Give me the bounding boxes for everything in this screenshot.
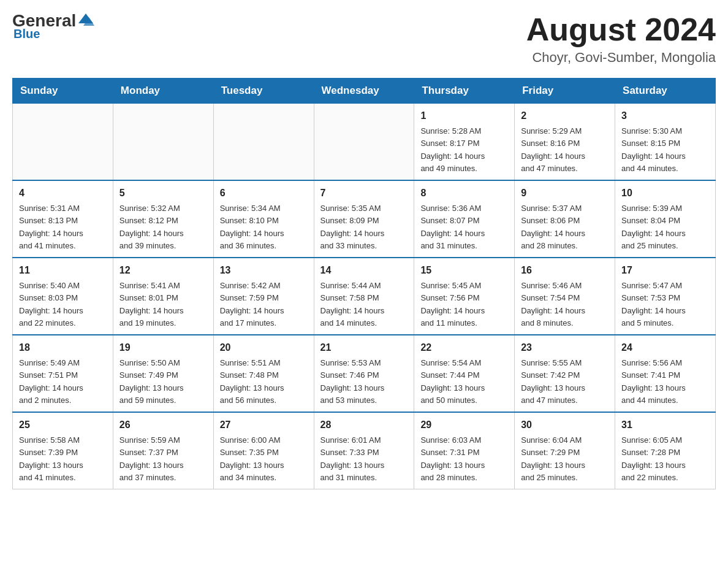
day-number: 29 xyxy=(420,418,508,432)
calendar-day-cell: 9Sunrise: 5:37 AM Sunset: 8:06 PM Daylig… xyxy=(515,180,615,258)
weekday-header-saturday: Saturday xyxy=(615,79,716,104)
calendar-day-cell xyxy=(213,104,314,181)
calendar-day-cell: 8Sunrise: 5:36 AM Sunset: 8:07 PM Daylig… xyxy=(414,180,515,258)
calendar-day-cell: 12Sunrise: 5:41 AM Sunset: 8:01 PM Dayli… xyxy=(113,258,213,335)
day-number: 22 xyxy=(420,340,508,355)
location-subtitle: Choyr, Govi-Sumber, Mongolia xyxy=(526,50,716,66)
day-number: 27 xyxy=(220,418,308,432)
day-info: Sunrise: 5:35 AM Sunset: 8:09 PM Dayligh… xyxy=(320,204,385,250)
calendar-day-cell: 28Sunrise: 6:01 AM Sunset: 7:33 PM Dayli… xyxy=(314,412,414,489)
day-number: 6 xyxy=(220,186,308,201)
day-number: 26 xyxy=(119,418,207,432)
day-number: 12 xyxy=(119,263,207,278)
calendar-day-cell: 23Sunrise: 5:55 AM Sunset: 7:42 PM Dayli… xyxy=(515,335,615,412)
calendar-day-cell: 18Sunrise: 5:49 AM Sunset: 7:51 PM Dayli… xyxy=(13,335,113,412)
day-number: 20 xyxy=(220,340,308,355)
day-info: Sunrise: 6:03 AM Sunset: 7:31 PM Dayligh… xyxy=(420,435,485,482)
calendar-day-cell: 17Sunrise: 5:47 AM Sunset: 7:53 PM Dayli… xyxy=(615,258,716,335)
day-number: 23 xyxy=(521,340,609,355)
calendar-week-row: 18Sunrise: 5:49 AM Sunset: 7:51 PM Dayli… xyxy=(13,335,716,412)
calendar-day-cell xyxy=(113,104,213,181)
day-info: Sunrise: 5:34 AM Sunset: 8:10 PM Dayligh… xyxy=(220,204,284,250)
calendar-header-row: SundayMondayTuesdayWednesdayThursdayFrid… xyxy=(13,79,716,104)
day-info: Sunrise: 5:37 AM Sunset: 8:06 PM Dayligh… xyxy=(521,204,585,250)
day-info: Sunrise: 5:30 AM Sunset: 8:15 PM Dayligh… xyxy=(621,126,686,173)
day-info: Sunrise: 5:53 AM Sunset: 7:46 PM Dayligh… xyxy=(320,358,385,405)
weekday-header-friday: Friday xyxy=(515,79,615,104)
calendar-day-cell: 11Sunrise: 5:40 AM Sunset: 8:03 PM Dayli… xyxy=(13,258,113,335)
day-number: 30 xyxy=(521,418,609,432)
day-info: Sunrise: 5:28 AM Sunset: 8:17 PM Dayligh… xyxy=(420,126,485,173)
title-section: August 2024 Choyr, Govi-Sumber, Mongolia xyxy=(526,12,716,66)
day-info: Sunrise: 5:31 AM Sunset: 8:13 PM Dayligh… xyxy=(19,204,83,250)
calendar-day-cell: 4Sunrise: 5:31 AM Sunset: 8:13 PM Daylig… xyxy=(13,180,113,258)
calendar-day-cell: 24Sunrise: 5:56 AM Sunset: 7:41 PM Dayli… xyxy=(615,335,716,412)
calendar-day-cell: 3Sunrise: 5:30 AM Sunset: 8:15 PM Daylig… xyxy=(615,104,716,181)
calendar-day-cell: 27Sunrise: 6:00 AM Sunset: 7:35 PM Dayli… xyxy=(213,412,314,489)
day-number: 4 xyxy=(19,186,107,201)
calendar-day-cell: 30Sunrise: 6:04 AM Sunset: 7:29 PM Dayli… xyxy=(515,412,615,489)
day-number: 14 xyxy=(320,263,408,278)
day-info: Sunrise: 5:41 AM Sunset: 8:01 PM Dayligh… xyxy=(119,281,184,327)
day-info: Sunrise: 5:56 AM Sunset: 7:41 PM Dayligh… xyxy=(621,358,686,405)
weekday-header-thursday: Thursday xyxy=(414,79,515,104)
day-number: 8 xyxy=(420,186,508,201)
day-number: 2 xyxy=(521,109,609,123)
calendar-day-cell xyxy=(314,104,414,181)
day-info: Sunrise: 5:32 AM Sunset: 8:12 PM Dayligh… xyxy=(119,204,184,250)
day-info: Sunrise: 5:49 AM Sunset: 7:51 PM Dayligh… xyxy=(19,358,83,405)
calendar-day-cell: 7Sunrise: 5:35 AM Sunset: 8:09 PM Daylig… xyxy=(314,180,414,258)
day-number: 18 xyxy=(19,340,107,355)
day-number: 9 xyxy=(521,186,609,201)
day-number: 1 xyxy=(420,109,508,123)
day-number: 21 xyxy=(320,340,408,355)
day-number: 13 xyxy=(220,263,308,278)
calendar-day-cell: 1Sunrise: 5:28 AM Sunset: 8:17 PM Daylig… xyxy=(414,104,515,181)
calendar-day-cell: 22Sunrise: 5:54 AM Sunset: 7:44 PM Dayli… xyxy=(414,335,515,412)
day-number: 19 xyxy=(119,340,207,355)
calendar-day-cell: 20Sunrise: 5:51 AM Sunset: 7:48 PM Dayli… xyxy=(213,335,314,412)
calendar-day-cell: 29Sunrise: 6:03 AM Sunset: 7:31 PM Dayli… xyxy=(414,412,515,489)
day-info: Sunrise: 5:36 AM Sunset: 8:07 PM Dayligh… xyxy=(420,204,485,250)
calendar-day-cell: 19Sunrise: 5:50 AM Sunset: 7:49 PM Dayli… xyxy=(113,335,213,412)
logo-blue: Blue xyxy=(12,27,40,41)
logo: General Blue xyxy=(12,12,94,41)
day-number: 31 xyxy=(621,418,709,432)
day-info: Sunrise: 5:39 AM Sunset: 8:04 PM Dayligh… xyxy=(621,204,686,250)
calendar-day-cell: 21Sunrise: 5:53 AM Sunset: 7:46 PM Dayli… xyxy=(314,335,414,412)
calendar-day-cell: 25Sunrise: 5:58 AM Sunset: 7:39 PM Dayli… xyxy=(13,412,113,489)
calendar-week-row: 25Sunrise: 5:58 AM Sunset: 7:39 PM Dayli… xyxy=(13,412,716,489)
day-info: Sunrise: 5:51 AM Sunset: 7:48 PM Dayligh… xyxy=(220,358,284,405)
weekday-header-tuesday: Tuesday xyxy=(213,79,314,104)
calendar-day-cell: 6Sunrise: 5:34 AM Sunset: 8:10 PM Daylig… xyxy=(213,180,314,258)
day-number: 15 xyxy=(420,263,508,278)
day-info: Sunrise: 5:45 AM Sunset: 7:56 PM Dayligh… xyxy=(420,281,485,327)
day-number: 28 xyxy=(320,418,408,432)
calendar-table: SundayMondayTuesdayWednesdayThursdayFrid… xyxy=(12,78,716,489)
calendar-day-cell: 31Sunrise: 6:05 AM Sunset: 7:28 PM Dayli… xyxy=(615,412,716,489)
calendar-day-cell: 5Sunrise: 5:32 AM Sunset: 8:12 PM Daylig… xyxy=(113,180,213,258)
day-info: Sunrise: 5:58 AM Sunset: 7:39 PM Dayligh… xyxy=(19,435,83,482)
day-info: Sunrise: 5:47 AM Sunset: 7:53 PM Dayligh… xyxy=(621,281,686,327)
calendar-day-cell xyxy=(13,104,113,181)
weekday-header-monday: Monday xyxy=(113,79,213,104)
calendar-week-row: 1Sunrise: 5:28 AM Sunset: 8:17 PM Daylig… xyxy=(13,104,716,181)
calendar-day-cell: 26Sunrise: 5:59 AM Sunset: 7:37 PM Dayli… xyxy=(113,412,213,489)
day-number: 3 xyxy=(621,109,709,123)
day-number: 11 xyxy=(19,263,107,278)
calendar-day-cell: 2Sunrise: 5:29 AM Sunset: 8:16 PM Daylig… xyxy=(515,104,615,181)
logo-icon xyxy=(77,11,94,28)
day-info: Sunrise: 5:59 AM Sunset: 7:37 PM Dayligh… xyxy=(119,435,184,482)
page-header: General Blue August 2024 Choyr, Govi-Sum… xyxy=(12,12,716,66)
day-info: Sunrise: 6:01 AM Sunset: 7:33 PM Dayligh… xyxy=(320,435,385,482)
day-number: 5 xyxy=(119,186,207,201)
day-number: 16 xyxy=(521,263,609,278)
calendar-day-cell: 10Sunrise: 5:39 AM Sunset: 8:04 PM Dayli… xyxy=(615,180,716,258)
month-title: August 2024 xyxy=(526,12,716,47)
day-info: Sunrise: 6:05 AM Sunset: 7:28 PM Dayligh… xyxy=(621,435,686,482)
day-info: Sunrise: 6:04 AM Sunset: 7:29 PM Dayligh… xyxy=(521,435,585,482)
day-info: Sunrise: 5:44 AM Sunset: 7:58 PM Dayligh… xyxy=(320,281,385,327)
day-info: Sunrise: 5:54 AM Sunset: 7:44 PM Dayligh… xyxy=(420,358,485,405)
calendar-day-cell: 13Sunrise: 5:42 AM Sunset: 7:59 PM Dayli… xyxy=(213,258,314,335)
day-info: Sunrise: 5:42 AM Sunset: 7:59 PM Dayligh… xyxy=(220,281,284,327)
